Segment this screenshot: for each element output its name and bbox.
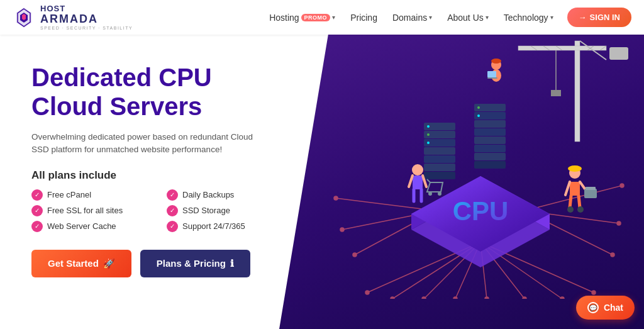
logo-tagline-label: SPEED · SECURITY · STABILITY [40,26,133,31]
check-icon-ssd: ✓ [167,205,178,216]
right-panel: CPU [302,35,644,329]
hosting-chevron-icon: ▾ [332,14,335,21]
svg-line-77 [427,179,430,182]
svg-rect-70 [487,77,497,79]
technology-label: Technology [504,13,548,23]
chat-bubble-icon: 💬 [587,302,599,313]
svg-point-21 [523,297,526,299]
nav-item-technology[interactable]: Technology ▾ [497,9,560,26]
svg-rect-82 [570,182,580,196]
svg-point-68 [491,59,501,64]
svg-rect-47 [474,120,506,128]
cpu-illustration: CPU [330,28,631,299]
svg-point-26 [334,196,338,200]
svg-point-22 [560,297,564,299]
get-started-button[interactable]: Get Started 🚀 [31,250,131,277]
svg-point-28 [617,221,621,225]
svg-point-79 [438,192,441,196]
svg-text:CPU: CPU [453,196,509,226]
svg-point-24 [353,253,357,257]
svg-point-43 [427,133,430,136]
logo-armada-label: ARMADA [40,13,133,26]
hero-title: Dedicated CPU Cloud Servers [31,63,283,121]
nav-item-about[interactable]: About Us ▾ [441,9,495,26]
svg-rect-50 [474,145,506,152]
svg-line-87 [570,196,571,208]
svg-point-42 [427,125,430,128]
svg-point-90 [577,206,584,213]
feature-ssl: ✓ Free SSL for all sites [31,205,148,216]
svg-rect-59 [551,90,561,96]
svg-rect-51 [474,153,506,160]
svg-point-44 [427,142,430,144]
feature-cache-label: Web Server Cache [47,221,116,231]
svg-rect-39 [424,155,455,163]
svg-point-20 [485,297,489,299]
svg-rect-85 [584,189,597,198]
cta-buttons: Get Started 🚀 Plans & Pricing ℹ [31,250,283,277]
about-label: About Us [447,13,484,23]
svg-point-71 [412,164,423,176]
svg-point-25 [340,228,344,231]
domains-label: Domains [392,13,427,23]
logo-icon [13,6,35,29]
svg-point-53 [477,106,480,109]
main-nav: Hosting PROMO ▾ Pricing Domains ▾ About … [263,8,631,27]
svg-line-83 [565,182,570,195]
svg-point-29 [620,184,624,187]
features-grid: ✓ Free cPanel ✓ Daily Backups ✓ Free SSL… [31,189,283,232]
svg-rect-55 [575,41,580,142]
sign-in-label: SIGN IN [590,13,620,22]
rocket-icon: 🚀 [103,258,115,269]
svg-rect-65 [609,47,628,60]
svg-rect-40 [424,164,455,171]
nav-item-hosting[interactable]: Hosting PROMO ▾ [263,9,341,26]
sign-in-button[interactable]: → SIGN IN [567,8,631,27]
check-icon-backups: ✓ [167,189,178,201]
plans-pricing-button[interactable]: Plans & Pricing ℹ [140,250,250,277]
promo-badge: PROMO [301,14,331,21]
svg-point-23 [592,291,596,294]
header: HOST ARMADA SPEED · SECURITY · STABILITY… [0,0,644,35]
feature-backups-label: Daily Backups [182,190,234,199]
main-content: Dedicated CPU Cloud Servers Overwhelming… [0,35,644,329]
svg-line-88 [579,196,580,208]
check-icon-cpanel: ✓ [31,189,43,201]
check-icon-cache: ✓ [31,221,43,232]
svg-rect-48 [474,128,506,136]
svg-rect-69 [487,71,496,77]
feature-cache: ✓ Web Server Cache [31,221,148,232]
feature-cpanel: ✓ Free cPanel [31,189,148,201]
svg-rect-72 [413,176,423,189]
svg-point-18 [422,297,426,299]
logo: HOST ARMADA SPEED · SECURITY · STABILITY [13,4,133,31]
svg-point-81 [568,165,582,172]
feature-support-label: Support 24/7/365 [182,221,245,231]
get-started-label: Get Started [48,258,99,269]
info-icon: ℹ [230,258,234,269]
feature-daily-backups: ✓ Daily Backups [167,189,283,201]
hero-subtitle: Overwhelming dedicated power based on re… [31,131,270,157]
sign-in-icon: → [579,13,587,22]
svg-point-17 [391,297,394,299]
svg-point-78 [428,192,432,196]
svg-rect-52 [474,161,506,169]
features-heading: All plans include [31,169,283,182]
svg-point-89 [567,206,574,213]
feature-ssd: ✓ SSD Storage [167,205,283,216]
svg-line-73 [409,176,413,187]
hosting-label: Hosting [269,13,299,23]
nav-item-domains[interactable]: Domains ▾ [386,9,438,26]
svg-point-16 [365,291,369,294]
nav-item-pricing[interactable]: Pricing [344,9,384,26]
svg-rect-41 [424,172,455,179]
check-icon-ssl: ✓ [31,205,43,216]
svg-rect-49 [474,137,506,144]
svg-rect-86 [586,187,596,190]
about-chevron-icon: ▾ [486,14,489,21]
svg-point-19 [453,297,457,299]
pricing-label: Pricing [350,13,377,23]
feature-support: ✓ Support 24/7/365 [167,221,283,232]
feature-ssd-label: SSD Storage [182,206,230,215]
chat-button[interactable]: 💬 Chat [576,296,635,320]
